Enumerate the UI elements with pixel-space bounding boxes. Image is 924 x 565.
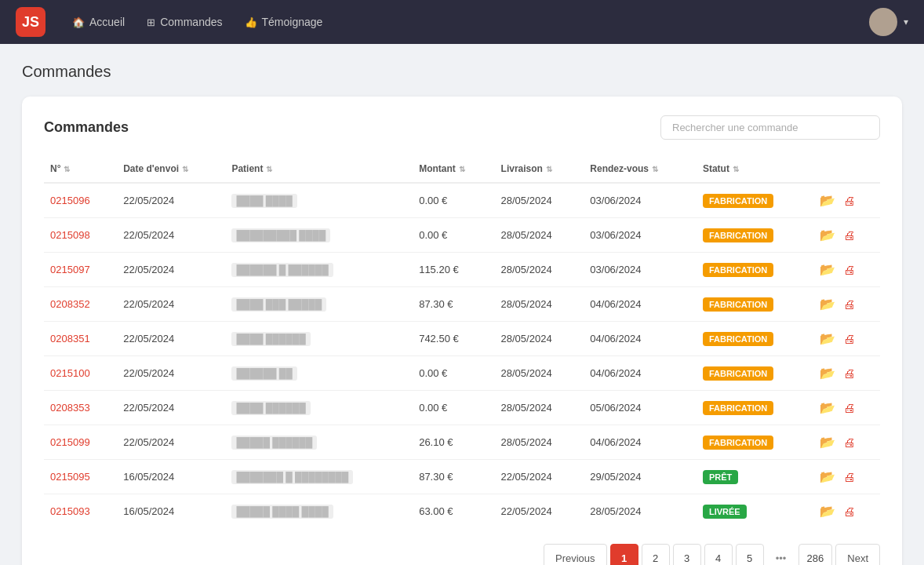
date-envoi: 22/05/2024 bbox=[117, 183, 225, 218]
action-icons: 📂 🖨 bbox=[813, 494, 880, 529]
folder-icon[interactable]: 📂 bbox=[820, 400, 835, 415]
page-last-button[interactable]: 286 bbox=[798, 544, 833, 565]
table-row: 0208351 22/05/2024 ████ ██████ 742.50 € … bbox=[44, 322, 880, 356]
patient-name: ██████ ██ bbox=[225, 356, 413, 391]
rendez-vous: 03/06/2024 bbox=[584, 183, 697, 218]
page-5-button[interactable]: 5 bbox=[736, 544, 764, 565]
page-3-button[interactable]: 3 bbox=[673, 544, 701, 565]
print-icon[interactable]: 🖨 bbox=[843, 505, 855, 518]
folder-icon[interactable]: 📂 bbox=[820, 366, 835, 381]
page-1-button[interactable]: 1 bbox=[610, 544, 638, 565]
montant: 0.00 € bbox=[413, 183, 494, 218]
previous-button[interactable]: Previous bbox=[544, 544, 607, 565]
rendez-vous: 04/06/2024 bbox=[584, 287, 697, 322]
date-envoi: 22/05/2024 bbox=[117, 253, 225, 287]
table-row: 0215096 22/05/2024 ████ ████ 0.00 € 28/0… bbox=[44, 183, 880, 218]
action-icons: 📂 🖨 bbox=[813, 322, 880, 356]
next-button[interactable]: Next bbox=[835, 544, 880, 565]
date-envoi: 16/05/2024 bbox=[117, 494, 225, 529]
order-id[interactable]: 0215097 bbox=[44, 253, 117, 287]
table-row: 0215095 16/05/2024 ███████ █ ████████ 87… bbox=[44, 460, 880, 494]
folder-icon[interactable]: 📂 bbox=[820, 193, 835, 208]
col-date-envoi: Date d'envoi⇅ bbox=[117, 155, 225, 183]
table-row: 0208353 22/05/2024 ████ ██████ 0.00 € 28… bbox=[44, 391, 880, 425]
sort-icon: ⇅ bbox=[733, 165, 739, 173]
action-icons: 📂 🖨 bbox=[813, 460, 880, 494]
search-input[interactable] bbox=[660, 115, 880, 140]
livraison: 22/05/2024 bbox=[495, 460, 584, 494]
montant: 87.30 € bbox=[413, 460, 494, 494]
print-icon[interactable]: 🖨 bbox=[843, 401, 855, 414]
folder-icon[interactable]: 📂 bbox=[820, 331, 835, 346]
page-2-button[interactable]: 2 bbox=[642, 544, 670, 565]
patient-name: ███████ █ ████████ bbox=[225, 460, 413, 494]
date-envoi: 22/05/2024 bbox=[117, 218, 225, 253]
folder-icon[interactable]: 📂 bbox=[820, 228, 835, 242]
folder-icon[interactable]: 📂 bbox=[820, 504, 835, 519]
statut-badge: FABRICATION bbox=[697, 183, 813, 218]
date-envoi: 22/05/2024 bbox=[117, 391, 225, 425]
rendez-vous: 04/06/2024 bbox=[584, 356, 697, 391]
navbar: JS 🏠 Accueil ⊞ Commandes 👍 Témoignage ▾ bbox=[0, 0, 924, 44]
order-id[interactable]: 0208353 bbox=[44, 391, 117, 425]
order-id[interactable]: 0215100 bbox=[44, 356, 117, 391]
print-icon[interactable]: 🖨 bbox=[843, 470, 855, 483]
patient-name: █████ ██████ bbox=[225, 425, 413, 460]
table-row: 0208352 22/05/2024 ████ ███ █████ 87.30 … bbox=[44, 287, 880, 322]
table-row: 0215099 22/05/2024 █████ ██████ 26.10 € … bbox=[44, 425, 880, 460]
rendez-vous: 29/05/2024 bbox=[584, 460, 697, 494]
order-id[interactable]: 0208352 bbox=[44, 287, 117, 322]
statut-badge: FABRICATION bbox=[697, 287, 813, 322]
statut-badge: FABRICATION bbox=[697, 253, 813, 287]
col-livraison: Livraison⇅ bbox=[495, 155, 584, 183]
sort-icon: ⇅ bbox=[266, 165, 272, 173]
col-actions bbox=[813, 155, 880, 183]
order-id[interactable]: 0215095 bbox=[44, 460, 117, 494]
page-title: Commandes bbox=[22, 63, 902, 81]
order-id[interactable]: 0215093 bbox=[44, 494, 117, 529]
sort-icon: ⇅ bbox=[182, 165, 188, 173]
page-4-button[interactable]: 4 bbox=[704, 544, 733, 565]
print-icon[interactable]: 🖨 bbox=[843, 297, 855, 311]
order-id[interactable]: 0215098 bbox=[44, 218, 117, 253]
montant: 0.00 € bbox=[413, 391, 494, 425]
folder-icon[interactable]: 📂 bbox=[820, 435, 835, 450]
action-icons: 📂 🖨 bbox=[813, 287, 880, 322]
order-id[interactable]: 0215096 bbox=[44, 183, 117, 218]
montant: 0.00 € bbox=[413, 356, 494, 391]
orders-table: N°⇅ Date d'envoi⇅ Patient⇅ Montant⇅ Livr… bbox=[44, 155, 880, 528]
print-icon[interactable]: 🖨 bbox=[843, 194, 855, 207]
statut-badge: FABRICATION bbox=[697, 322, 813, 356]
sort-icon: ⇅ bbox=[652, 165, 658, 173]
card-title: Commandes bbox=[44, 119, 129, 136]
print-icon[interactable]: 🖨 bbox=[843, 366, 855, 380]
print-icon[interactable]: 🖨 bbox=[843, 332, 855, 345]
col-numero: N°⇅ bbox=[44, 155, 117, 183]
rendez-vous: 04/06/2024 bbox=[584, 425, 697, 460]
action-icons: 📂 🖨 bbox=[813, 425, 880, 460]
patient-name: █████ ████ ████ bbox=[225, 494, 413, 529]
action-icons: 📂 🖨 bbox=[813, 183, 880, 218]
thumbsup-icon: 👍 bbox=[245, 16, 257, 28]
rendez-vous: 03/06/2024 bbox=[584, 218, 697, 253]
action-icons: 📂 🖨 bbox=[813, 391, 880, 425]
col-statut: Statut⇅ bbox=[697, 155, 813, 183]
page-dots: ••• bbox=[767, 544, 795, 565]
folder-icon[interactable]: 📂 bbox=[820, 297, 835, 312]
nav-temoignage[interactable]: 👍 Témoignage bbox=[237, 11, 331, 33]
avatar[interactable] bbox=[869, 8, 897, 36]
montant: 63.00 € bbox=[413, 494, 494, 529]
folder-icon[interactable]: 📂 bbox=[820, 469, 835, 484]
table-row: 0215100 22/05/2024 ██████ ██ 0.00 € 28/0… bbox=[44, 356, 880, 391]
print-icon[interactable]: 🖨 bbox=[843, 436, 855, 449]
montant: 0.00 € bbox=[413, 218, 494, 253]
nav-accueil[interactable]: 🏠 Accueil bbox=[64, 11, 133, 33]
folder-icon[interactable]: 📂 bbox=[820, 262, 835, 277]
patient-name: ████ ██████ bbox=[225, 391, 413, 425]
statut-badge: FABRICATION bbox=[697, 425, 813, 460]
order-id[interactable]: 0208351 bbox=[44, 322, 117, 356]
nav-commandes[interactable]: ⊞ Commandes bbox=[139, 11, 230, 33]
print-icon[interactable]: 🖨 bbox=[843, 228, 855, 242]
order-id[interactable]: 0215099 bbox=[44, 425, 117, 460]
print-icon[interactable]: 🖨 bbox=[843, 263, 855, 276]
